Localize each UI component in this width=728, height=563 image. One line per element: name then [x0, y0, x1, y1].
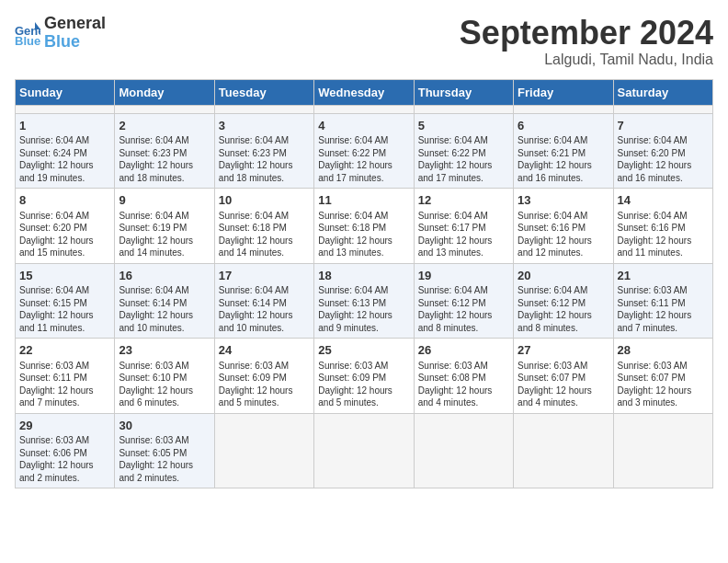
day-cell	[613, 105, 712, 113]
day-number: 20	[518, 268, 609, 284]
day-cell: 8Sunrise: 6:04 AMSunset: 6:20 PMDaylight…	[16, 189, 115, 264]
day-number: 15	[19, 268, 110, 284]
day-info: Sunrise: 6:04 AMSunset: 6:22 PMDaylight:…	[418, 134, 509, 184]
day-info: Sunrise: 6:04 AMSunset: 6:17 PMDaylight:…	[418, 210, 509, 259]
month-title: September 2024	[460, 15, 713, 52]
day-info: Sunrise: 6:04 AMSunset: 6:15 PMDaylight:…	[19, 284, 110, 334]
day-info: Sunrise: 6:04 AMSunset: 6:14 PMDaylight:…	[119, 284, 210, 334]
day-cell: 13Sunrise: 6:04 AMSunset: 6:16 PMDayligh…	[514, 189, 613, 264]
calendar-table: SundayMondayTuesdayWednesdayThursdayFrid…	[15, 79, 713, 489]
header: General Blue General Blue September 2024…	[15, 15, 713, 68]
day-cell: 10Sunrise: 6:04 AMSunset: 6:18 PMDayligh…	[214, 189, 313, 264]
day-cell: 1Sunrise: 6:04 AMSunset: 6:24 PMDaylight…	[16, 113, 115, 189]
day-cell: 24Sunrise: 6:03 AMSunset: 6:09 PMDayligh…	[214, 339, 313, 414]
logo-line2: Blue	[44, 33, 106, 52]
day-info: Sunrise: 6:03 AMSunset: 6:09 PMDaylight:…	[219, 360, 310, 409]
weekday-header-saturday: Saturday	[613, 79, 712, 105]
week-row-5: 29Sunrise: 6:03 AMSunset: 6:06 PMDayligh…	[16, 413, 713, 488]
day-cell	[314, 105, 414, 113]
weekday-header-monday: Monday	[115, 79, 214, 105]
day-number: 23	[119, 342, 210, 359]
location-title: Lalgudi, Tamil Nadu, India	[460, 52, 713, 68]
day-info: Sunrise: 6:03 AMSunset: 6:07 PMDaylight:…	[518, 360, 609, 409]
week-row-4: 22Sunrise: 6:03 AMSunset: 6:11 PMDayligh…	[16, 339, 713, 414]
day-number: 1	[19, 118, 110, 134]
day-cell: 12Sunrise: 6:04 AMSunset: 6:17 PMDayligh…	[414, 189, 513, 264]
day-number: 27	[518, 342, 609, 359]
day-info: Sunrise: 6:04 AMSunset: 6:16 PMDaylight:…	[518, 210, 609, 259]
day-cell: 28Sunrise: 6:03 AMSunset: 6:07 PMDayligh…	[613, 339, 712, 414]
day-info: Sunrise: 6:04 AMSunset: 6:18 PMDaylight:…	[219, 210, 310, 259]
logo-line1: General	[44, 15, 106, 33]
day-number: 8	[19, 192, 110, 209]
day-info: Sunrise: 6:03 AMSunset: 6:06 PMDaylight:…	[19, 434, 110, 484]
day-info: Sunrise: 6:04 AMSunset: 6:23 PMDaylight:…	[219, 134, 310, 184]
day-cell: 14Sunrise: 6:04 AMSunset: 6:16 PMDayligh…	[613, 189, 712, 264]
day-info: Sunrise: 6:04 AMSunset: 6:22 PMDaylight:…	[318, 134, 409, 184]
day-info: Sunrise: 6:04 AMSunset: 6:21 PMDaylight:…	[518, 134, 609, 184]
day-cell	[16, 105, 115, 113]
day-number: 17	[219, 268, 310, 284]
day-info: Sunrise: 6:04 AMSunset: 6:12 PMDaylight:…	[418, 284, 509, 334]
day-info: Sunrise: 6:03 AMSunset: 6:08 PMDaylight:…	[418, 360, 509, 409]
week-row-1: 1Sunrise: 6:04 AMSunset: 6:24 PMDaylight…	[16, 113, 713, 189]
day-number: 26	[418, 342, 509, 359]
day-cell: 3Sunrise: 6:04 AMSunset: 6:23 PMDaylight…	[214, 113, 313, 189]
day-number: 12	[418, 192, 509, 209]
day-number: 4	[318, 118, 409, 134]
day-cell: 22Sunrise: 6:03 AMSunset: 6:11 PMDayligh…	[16, 339, 115, 414]
day-number: 19	[418, 268, 509, 284]
day-info: Sunrise: 6:04 AMSunset: 6:20 PMDaylight:…	[618, 134, 709, 184]
day-number: 13	[518, 192, 609, 209]
day-cell	[514, 105, 613, 113]
day-info: Sunrise: 6:04 AMSunset: 6:24 PMDaylight:…	[19, 134, 110, 184]
day-cell: 11Sunrise: 6:04 AMSunset: 6:18 PMDayligh…	[314, 189, 414, 264]
day-cell: 23Sunrise: 6:03 AMSunset: 6:10 PMDayligh…	[115, 339, 214, 414]
weekday-header-tuesday: Tuesday	[214, 79, 313, 105]
day-cell	[214, 105, 313, 113]
day-cell: 19Sunrise: 6:04 AMSunset: 6:12 PMDayligh…	[414, 263, 513, 339]
weekday-header-wednesday: Wednesday	[314, 79, 414, 105]
logo: General Blue General Blue	[15, 15, 106, 52]
logo-text: General Blue	[44, 15, 106, 52]
day-cell: 25Sunrise: 6:03 AMSunset: 6:09 PMDayligh…	[314, 339, 414, 414]
day-cell: 18Sunrise: 6:04 AMSunset: 6:13 PMDayligh…	[314, 263, 414, 339]
day-cell: 27Sunrise: 6:03 AMSunset: 6:07 PMDayligh…	[514, 339, 613, 414]
day-number: 5	[418, 118, 509, 134]
day-info: Sunrise: 6:03 AMSunset: 6:09 PMDaylight:…	[318, 360, 409, 409]
day-info: Sunrise: 6:03 AMSunset: 6:10 PMDaylight:…	[119, 360, 210, 409]
day-info: Sunrise: 6:04 AMSunset: 6:20 PMDaylight:…	[19, 210, 110, 259]
logo-icon: General Blue	[15, 20, 40, 46]
title-area: September 2024 Lalgudi, Tamil Nadu, Indi…	[460, 15, 713, 68]
day-cell	[613, 413, 712, 488]
day-number: 10	[219, 192, 310, 209]
day-info: Sunrise: 6:04 AMSunset: 6:18 PMDaylight:…	[318, 210, 409, 259]
day-number: 11	[318, 192, 409, 209]
day-number: 28	[618, 342, 709, 359]
day-cell: 4Sunrise: 6:04 AMSunset: 6:22 PMDaylight…	[314, 113, 414, 189]
day-number: 9	[119, 192, 210, 209]
day-info: Sunrise: 6:04 AMSunset: 6:14 PMDaylight:…	[219, 284, 310, 334]
day-info: Sunrise: 6:03 AMSunset: 6:07 PMDaylight:…	[618, 360, 709, 409]
day-info: Sunrise: 6:03 AMSunset: 6:11 PMDaylight:…	[19, 360, 110, 409]
day-number: 22	[19, 342, 110, 359]
day-info: Sunrise: 6:04 AMSunset: 6:23 PMDaylight:…	[119, 134, 210, 184]
day-cell: 29Sunrise: 6:03 AMSunset: 6:06 PMDayligh…	[16, 413, 115, 488]
day-number: 29	[19, 418, 110, 434]
day-cell: 30Sunrise: 6:03 AMSunset: 6:05 PMDayligh…	[115, 413, 214, 488]
day-info: Sunrise: 6:03 AMSunset: 6:05 PMDaylight:…	[119, 434, 210, 484]
day-cell	[414, 413, 513, 488]
day-cell	[314, 413, 414, 488]
day-info: Sunrise: 6:04 AMSunset: 6:16 PMDaylight:…	[618, 210, 709, 259]
day-cell: 2Sunrise: 6:04 AMSunset: 6:23 PMDaylight…	[115, 113, 214, 189]
week-row-3: 15Sunrise: 6:04 AMSunset: 6:15 PMDayligh…	[16, 263, 713, 339]
day-info: Sunrise: 6:04 AMSunset: 6:12 PMDaylight:…	[518, 284, 609, 334]
weekday-header-sunday: Sunday	[16, 79, 115, 105]
day-number: 3	[219, 118, 310, 134]
day-cell: 16Sunrise: 6:04 AMSunset: 6:14 PMDayligh…	[115, 263, 214, 339]
day-number: 18	[318, 268, 409, 284]
day-cell: 20Sunrise: 6:04 AMSunset: 6:12 PMDayligh…	[514, 263, 613, 339]
day-cell	[214, 413, 313, 488]
day-cell: 15Sunrise: 6:04 AMSunset: 6:15 PMDayligh…	[16, 263, 115, 339]
day-cell: 9Sunrise: 6:04 AMSunset: 6:19 PMDaylight…	[115, 189, 214, 264]
